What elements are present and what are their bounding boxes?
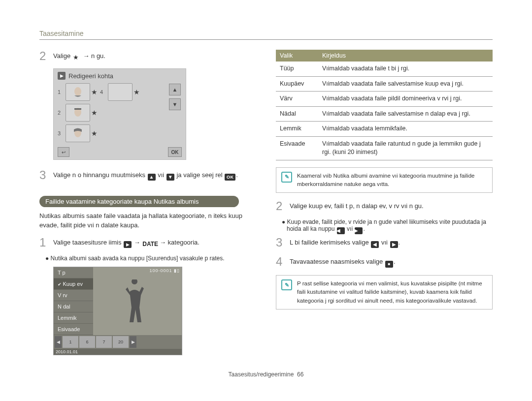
menu-item-type[interactable]: T p: [54, 267, 93, 278]
txt: Tavavaatesse naasmiseks valige: [290, 258, 385, 265]
thumbnail-strip: ◀ 1 6 7 20 ▶: [54, 335, 182, 349]
bullet-item: ● Nutika albumi saab avada ka nuppu [Suu…: [39, 255, 256, 262]
note-box: ✎ Kaameral vıib Nutika albumi avamine vı…: [276, 167, 493, 193]
face-index: 4: [100, 89, 106, 95]
step-text: Valige taasesitusre iimis → → kategooria…: [53, 236, 200, 248]
bullet-text: Nutika albumi saab avada ka nuppu [Suure…: [51, 255, 225, 262]
page-footer: Taasesitus/redigeerimine 66: [39, 371, 493, 378]
step-number: 3: [276, 236, 290, 249]
txt: Valige n o hinnangu muutmiseks: [53, 171, 147, 179]
person-silhouette: [120, 279, 149, 324]
step-text: Tavavaatesse naasmiseks valige .: [290, 255, 396, 268]
face-thumb-empty: [108, 83, 133, 101]
thumb-item[interactable]: 7: [96, 336, 112, 348]
face-index: 3: [58, 130, 64, 136]
table-row: NädalVıimaldab vaadata faile salvestamis…: [276, 106, 493, 122]
table-row: LemmikVıimaldab vaadata lemmikfaile.: [276, 122, 493, 137]
step-number: 4: [276, 255, 290, 268]
right-icon: [355, 227, 363, 234]
face-index: 2: [58, 110, 64, 116]
thumb-item[interactable]: 20: [113, 336, 129, 348]
thumb-item[interactable]: 6: [79, 336, 95, 348]
step-number: 2: [276, 200, 290, 213]
play-icon: [58, 72, 66, 80]
section-heading-pill: Failide vaatamine kategooriate kaupa Nut…: [39, 196, 239, 207]
menu-item-favorite[interactable]: Lemmik: [54, 312, 93, 324]
file-number: 100-0001: [149, 268, 172, 273]
rank-star: ★: [91, 88, 98, 96]
txt: Valige taasesitusre iimis: [53, 239, 123, 246]
table-row: KuupäevVıimaldab vaadata faile salvestam…: [276, 76, 493, 92]
edit-faces-screen: Redigeeri kohta 1 ★ 4 ★ 2: [53, 68, 186, 160]
step-text: L bi failide kerimiseks valige vıi .: [290, 236, 400, 248]
txt: L bi failide kerimiseks valige: [290, 239, 370, 246]
step-number: 3: [39, 169, 53, 182]
date-label: 2010.01.01: [54, 349, 182, 355]
right-icon: [390, 241, 398, 248]
svg-point-0: [74, 87, 81, 96]
thumb-item[interactable]: 1: [63, 336, 78, 348]
table-head-description: Kirjeldus: [318, 50, 493, 62]
rank-star: ★: [91, 129, 98, 137]
page-number: 66: [297, 371, 303, 378]
step-number: 2: [39, 50, 53, 62]
back-button[interactable]: ↩: [58, 147, 69, 157]
menu-item-color[interactable]: V rv: [54, 290, 93, 301]
rank-star: ★: [133, 88, 140, 96]
table-row: VärvVıimaldab vaadata faile pildil domin…: [276, 92, 493, 107]
txt: ja valige seej rel: [176, 171, 224, 179]
options-table: Valik Kirjeldus TüüpVıimaldab vaadata fa…: [276, 50, 493, 160]
step2-pre: Valige: [53, 52, 72, 60]
gallery-icon: [385, 261, 393, 268]
face-index: 1: [58, 89, 64, 95]
step-text: Valige → n gu.: [53, 50, 105, 61]
ok-icon: [225, 174, 235, 181]
step2-post: → n gu.: [83, 52, 105, 60]
face-thumb: [66, 83, 90, 101]
thumb-prev-button[interactable]: ◀: [55, 336, 62, 348]
screen-title: Redigeeri kohta: [68, 72, 113, 80]
bullet-text: Kuup evade, failit pide, v rvide ja n gu…: [287, 218, 486, 232]
table-row: TüüpVıimaldab vaadata faile t bi j rgi.: [276, 62, 493, 76]
left-column: 2 Valige → n gu. Redigeeri kohta 1: [39, 50, 256, 357]
txt: vıi: [158, 171, 166, 179]
ok-button[interactable]: OK: [168, 147, 182, 157]
nav-up-button[interactable]: ▲: [169, 84, 181, 95]
txt: vıi: [347, 225, 354, 232]
txt: →: [134, 239, 142, 246]
step-number: 1: [39, 236, 53, 249]
face-thumb: [66, 104, 90, 122]
step-text: Valige kuup ev, faili t p, n dalap ev, v…: [290, 200, 424, 211]
menu-item-week[interactable]: N dal: [54, 301, 93, 312]
paragraph: Nutikas albumis saate faile vaadata ja h…: [39, 211, 256, 230]
face-thumb: [66, 124, 90, 142]
battery-icon: ▮▯: [174, 268, 180, 273]
left-icon: [337, 227, 345, 234]
rank-star: ★: [91, 109, 98, 117]
note-text: P rast sellise kategooria vıi men valimi…: [297, 279, 487, 305]
up-icon: [148, 174, 156, 181]
star-icon: [73, 53, 81, 60]
category-menu: T p Kuup ev V rv N dal Lemmik Esivaade: [54, 267, 93, 335]
left-icon: [371, 241, 379, 248]
txt: vıi: [381, 239, 390, 246]
right-column: Valik Kirjeldus TüüpVıimaldab vaadata fa…: [276, 50, 493, 357]
bullet-item: ● Kuup evade, failit pide, v rvide ja n …: [276, 218, 493, 234]
footer-text: Taasesitus/redigeerimine: [229, 371, 294, 378]
menu-item-preview[interactable]: Esivaade: [54, 324, 93, 335]
info-icon: ✎: [281, 279, 292, 290]
down-icon: [166, 174, 174, 181]
preview-area: 100-0001 ▮▯: [93, 267, 182, 335]
nav-down-button[interactable]: ▼: [169, 98, 181, 110]
playback-icon: [124, 241, 132, 248]
menu-item-date[interactable]: Kuup ev: [54, 278, 93, 290]
table-head-option: Valik: [276, 50, 318, 62]
table-row: EsivaadeVıimaldab vaadata faile ratuntud…: [276, 136, 493, 160]
thumb-next-button[interactable]: ▶: [130, 336, 136, 348]
date-icon: [142, 240, 157, 247]
note-text: Kaameral vıib Nutika albumi avamine vıi …: [297, 172, 487, 189]
step-text: Valige n o hinnangu muutmiseks vıi ja va…: [53, 169, 238, 181]
smart-album-screen: T p Kuup ev V rv N dal Lemmik Esivaade 1…: [53, 267, 182, 355]
note-box: ✎ P rast sellise kategooria vıi men vali…: [276, 275, 493, 309]
section-header: Taasesitamine: [39, 30, 493, 40]
